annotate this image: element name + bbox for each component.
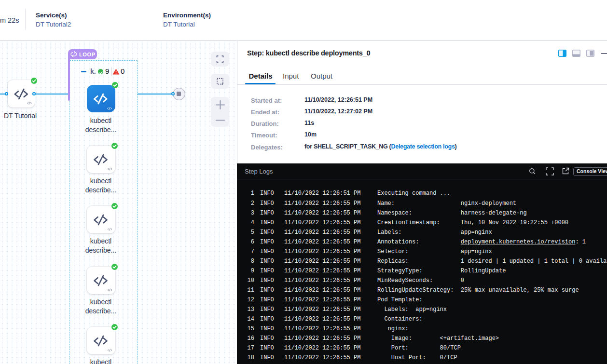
- svg-text:LOOP: LOOP: [79, 52, 96, 57]
